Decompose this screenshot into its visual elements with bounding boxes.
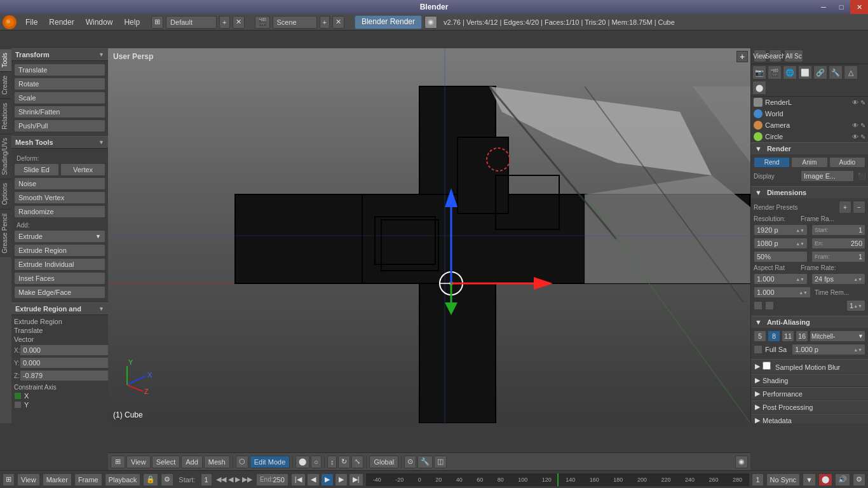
- percent-field[interactable]: 50%: [754, 251, 808, 262]
- plus-layout-btn[interactable]: +: [219, 16, 229, 29]
- viewport[interactable]: User Persp +: [108, 48, 750, 423]
- plus-scene-btn[interactable]: +: [320, 16, 330, 29]
- scene-item-camera[interactable]: Camera 👁 ✎: [751, 119, 868, 131]
- vtab-grease-pencil[interactable]: Grease Pencil: [0, 209, 11, 257]
- display-value[interactable]: Image E...: [801, 170, 854, 182]
- menu-window[interactable]: Window: [81, 17, 118, 28]
- select-menu-btn[interactable]: Select: [152, 456, 180, 468]
- jump-start-btn[interactable]: |◀: [291, 473, 306, 486]
- material-icon[interactable]: ⬤: [752, 81, 766, 95]
- prev-frame-btn[interactable]: ◀: [307, 473, 320, 486]
- aa-16-btn[interactable]: 16: [796, 330, 808, 342]
- aa-header[interactable]: ▼ Anti-Aliasing: [751, 316, 868, 328]
- tl-frame-btn[interactable]: Frame: [74, 473, 102, 486]
- proportional-btn[interactable]: ⊙: [404, 456, 416, 468]
- mesh-tools-header[interactable]: Mesh Tools ▼: [11, 136, 108, 149]
- translate-btn[interactable]: Translate: [14, 64, 105, 76]
- smooth-vertex-btn[interactable]: Smooth Vertex: [14, 191, 105, 204]
- solid-mode-btn[interactable]: ⬤: [295, 456, 309, 468]
- mirror-btn[interactable]: ◫: [434, 456, 447, 468]
- menu-render[interactable]: Render: [44, 17, 79, 28]
- rend-tab[interactable]: Rend: [754, 157, 790, 168]
- viewport-add-btn[interactable]: +: [736, 51, 748, 62]
- rotate-btn[interactable]: Rotate: [14, 78, 105, 90]
- audio-btn[interactable]: 🔊: [835, 473, 850, 486]
- y-checkbox[interactable]: [14, 401, 22, 409]
- randomize-btn[interactable]: Randomize: [14, 205, 105, 218]
- tl-marker-btn[interactable]: Marker: [43, 473, 72, 486]
- snap-btn[interactable]: 🔧: [417, 456, 433, 468]
- audio-tab[interactable]: Audio: [829, 157, 865, 168]
- search-btn[interactable]: Search: [769, 50, 782, 62]
- data-icon[interactable]: △: [844, 65, 858, 79]
- end-field[interactable]: En: 250: [811, 238, 865, 249]
- start-field[interactable]: Start: 1: [811, 224, 865, 236]
- vtab-relations[interactable]: Relations: [0, 98, 11, 133]
- frame-field[interactable]: Fram: 1: [811, 251, 865, 262]
- x-checkbox[interactable]: [14, 392, 22, 400]
- x-layout-btn[interactable]: ✕: [233, 16, 245, 29]
- extrude-individual-btn[interactable]: Extrude Individual: [14, 258, 105, 271]
- slide-edge-btn[interactable]: Slide Ed: [14, 163, 59, 176]
- metadata-section[interactable]: ▶ Metadata: [751, 414, 868, 423]
- minimize-button[interactable]: ─: [815, 0, 832, 14]
- layout-select[interactable]: Default: [166, 16, 217, 29]
- scene-icon-btn[interactable]: 🎬: [255, 16, 270, 29]
- time-rem-check1[interactable]: [754, 301, 763, 310]
- full-sa-checkbox[interactable]: [754, 345, 763, 354]
- scene-item-circle[interactable]: Circle 👁 ✎: [751, 131, 868, 142]
- mesh-menu-btn[interactable]: Mesh: [204, 456, 230, 468]
- timeline-scale[interactable]: -40 -20 0 20 40 60 80 100 120 140 160 18…: [366, 473, 750, 486]
- menu-help[interactable]: Help: [119, 17, 145, 28]
- lock-btn[interactable]: 🔒: [143, 473, 158, 486]
- aa-5-btn[interactable]: 5: [754, 330, 766, 342]
- view-menu-btn[interactable]: View: [126, 456, 151, 468]
- manipulator-btn[interactable]: ↕: [327, 456, 337, 468]
- vtab-tools[interactable]: Tools: [0, 48, 11, 71]
- make-edge-face-btn[interactable]: Make Edge/Face: [14, 286, 105, 299]
- x-scene-btn[interactable]: ✕: [332, 16, 344, 29]
- aa-11-btn[interactable]: 11: [782, 330, 794, 342]
- wire-mode-btn[interactable]: ○: [311, 456, 322, 468]
- performance-section[interactable]: ▶ Performance: [751, 387, 868, 400]
- jump-end-btn[interactable]: ▶|: [349, 473, 363, 486]
- menu-file[interactable]: File: [20, 17, 43, 28]
- mode-select-btn[interactable]: Edit Mode: [250, 456, 290, 468]
- vtab-options[interactable]: Options: [0, 179, 11, 208]
- x-input[interactable]: [20, 344, 108, 356]
- inset-faces-btn[interactable]: Inset Faces: [14, 272, 105, 285]
- render-engine-btn[interactable]: Blender Render: [355, 15, 422, 29]
- tl-playback-btn[interactable]: Playback: [105, 473, 141, 486]
- scale-btn-bt[interactable]: ⤡: [351, 456, 363, 468]
- preset-remove-btn[interactable]: −: [853, 201, 865, 214]
- viewport-icon2[interactable]: ⬡: [236, 456, 248, 468]
- extrude-subpanel-header[interactable]: Extrude Region and ▼: [11, 302, 108, 315]
- scene-item-world[interactable]: World: [751, 108, 868, 119]
- sync-btn[interactable]: No Sync: [766, 473, 801, 486]
- next-frame-btn[interactable]: ▶: [335, 473, 348, 486]
- y-input[interactable]: [20, 357, 108, 369]
- render-preview-btn[interactable]: ◉: [735, 456, 748, 468]
- preset-add-btn[interactable]: +: [839, 201, 851, 214]
- render-icon[interactable]: ◉: [424, 16, 437, 29]
- scene-select[interactable]: Scene: [273, 16, 317, 29]
- noise-btn[interactable]: Noise: [14, 177, 105, 190]
- sampled-motion-check[interactable]: [763, 362, 771, 370]
- layout-icon-btn[interactable]: ⊞: [151, 16, 163, 29]
- start-val-tl[interactable]: 1: [201, 473, 212, 486]
- aa-filter-dropdown[interactable]: Mitchell- ▼: [810, 330, 865, 342]
- push-pull-btn[interactable]: Push/Pull: [14, 119, 105, 132]
- play-btn[interactable]: ▶: [321, 473, 334, 486]
- timeline-icon-btn[interactable]: ⊞: [3, 473, 15, 486]
- global-local-btn[interactable]: Global: [369, 456, 398, 468]
- render-header[interactable]: ▼ Render: [751, 143, 868, 154]
- constraints-icon[interactable]: 🔗: [813, 65, 827, 79]
- scene-settings-icon[interactable]: 🎬: [768, 65, 782, 79]
- aspect-y-field[interactable]: 1.000 ▲▼: [754, 287, 811, 298]
- record-btn[interactable]: ⬤: [818, 473, 832, 486]
- sync-arrow-btn[interactable]: ▼: [803, 473, 816, 486]
- shading-section[interactable]: ▶ Shading: [751, 374, 868, 387]
- world-settings-icon[interactable]: 🌐: [783, 65, 797, 79]
- restore-button[interactable]: □: [832, 0, 850, 14]
- lock2-btn[interactable]: ⚙: [161, 473, 173, 486]
